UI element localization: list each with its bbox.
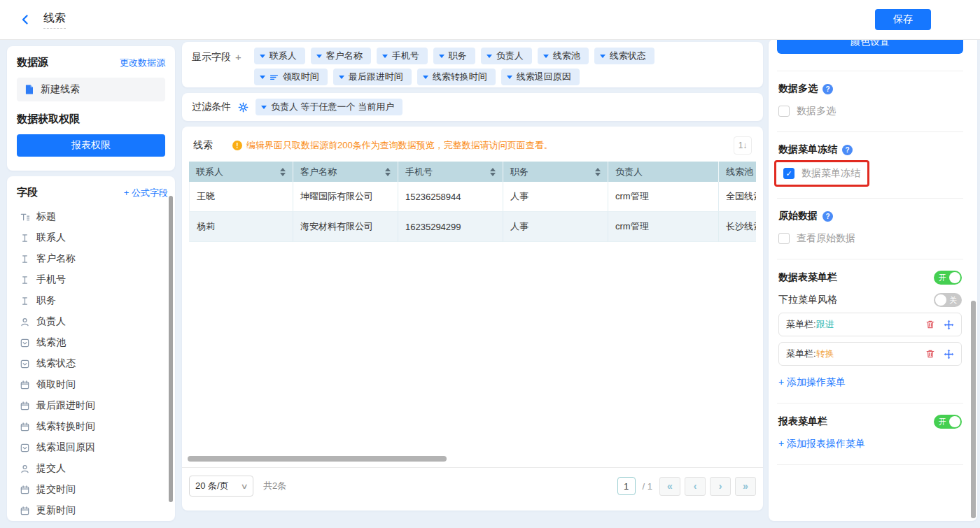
save-button[interactable]: 保存	[875, 9, 931, 30]
field-item-contact[interactable]: 联系人	[17, 227, 168, 248]
filter-condition-chip[interactable]: 负责人 等于任意一个 当前用户	[255, 99, 402, 115]
select-icon	[20, 338, 30, 348]
chip-job[interactable]: 职务	[433, 48, 475, 64]
field-item-owner[interactable]: 负责人	[17, 311, 168, 332]
horizontal-scrollbar[interactable]	[188, 456, 447, 462]
field-item-claim-time[interactable]: 领取时间	[17, 374, 168, 395]
chip-convert-time[interactable]: 线索转换时间	[417, 69, 496, 85]
chip-contact[interactable]: 联系人	[254, 48, 305, 64]
help-icon[interactable]: ?	[822, 84, 833, 94]
settings-scrollbar[interactable]	[971, 301, 976, 518]
report-menu-toggle[interactable]: 开	[934, 415, 962, 429]
chevron-down-icon	[423, 76, 428, 79]
move-icon[interactable]	[944, 349, 954, 359]
preview-table: 联系人 客户名称 手机号 职务 负责人 线索池 王晓 坤曜国际有限公司 1523…	[189, 162, 756, 242]
field-item-lead-status[interactable]: 线索状态	[17, 353, 168, 374]
datasource-item[interactable]: 新建线索	[17, 78, 165, 101]
chip-last-followup-time[interactable]: 最后跟进时间	[333, 69, 412, 85]
report-permission-button[interactable]: 报表权限	[17, 134, 165, 157]
field-item-customer-name[interactable]: 客户名称	[17, 248, 168, 269]
fields-scrollbar[interactable]	[169, 196, 173, 502]
toggle-knob	[949, 272, 960, 283]
table-menu-toggle[interactable]: 开	[934, 271, 962, 285]
dropdown-style-toggle[interactable]: 关	[934, 293, 962, 307]
field-item-job[interactable]: 职务	[17, 290, 168, 311]
fields-card: 字段 + 公式字段 标题 联系人 客户名称 手机号 职务 负责人 线	[7, 176, 175, 521]
next-page-button[interactable]: ›	[710, 477, 731, 496]
trash-icon[interactable]	[925, 320, 935, 329]
prev-page-button[interactable]: ‹	[685, 477, 706, 496]
col-header-phone[interactable]: 手机号	[398, 162, 503, 182]
menu-freeze-checkbox-row[interactable]: ✓ 数据菜单冻结	[783, 167, 860, 180]
filter-label: 过滤条件	[192, 101, 231, 113]
current-page-box[interactable]: 1	[617, 477, 636, 495]
multi-select-checkbox-row[interactable]: 数据多选	[778, 105, 962, 117]
sort-lines-icon	[270, 73, 279, 82]
divider	[777, 403, 963, 404]
document-icon	[24, 84, 35, 95]
field-item-return-reason[interactable]: 线索退回原因	[17, 437, 168, 458]
calendar-icon	[20, 485, 30, 495]
chip-lead-status[interactable]: 线索状态	[594, 48, 654, 64]
table-footer: 20 条/页 ∨ 共2条 1 / 1 « ‹ › »	[189, 472, 756, 500]
field-item-lead-pool[interactable]: 线索池	[17, 332, 168, 353]
help-icon[interactable]: ?	[822, 211, 833, 222]
gear-icon[interactable]	[238, 102, 248, 113]
datasource-item-label: 新建线索	[41, 83, 80, 96]
raw-data-checkbox-row[interactable]: 查看原始数据	[778, 232, 962, 245]
sort-order-tool[interactable]: 1↓	[734, 136, 752, 155]
topbar: 线索 保存	[0, 0, 980, 40]
back-button[interactable]	[20, 14, 31, 25]
menu-item-followup[interactable]: 菜单栏: 跟进	[778, 313, 962, 336]
menu-item-convert[interactable]: 菜单栏: 转换	[778, 342, 962, 366]
report-menu-section-title: 报表菜单栏 开	[778, 415, 962, 429]
add-display-field-button[interactable]: +	[235, 51, 241, 82]
add-report-action-menu-link[interactable]: + 添加报表操作菜单	[778, 438, 865, 450]
last-page-button[interactable]: »	[735, 477, 756, 496]
chip-lead-pool[interactable]: 线索池	[538, 48, 589, 64]
chevron-down-icon	[316, 55, 322, 58]
chevron-left-icon	[20, 14, 31, 25]
col-header-lead-pool[interactable]: 线索池	[718, 162, 756, 182]
multi-select-section-title: 数据多选 ?	[778, 83, 962, 95]
chip-claim-time[interactable]: 领取时间	[254, 69, 328, 85]
toggle-knob	[935, 294, 946, 306]
col-header-customer-name[interactable]: 客户名称	[293, 162, 398, 182]
field-item-last-followup-time[interactable]: 最后跟进时间	[17, 395, 168, 416]
help-icon[interactable]: ?	[842, 145, 853, 155]
chip-return-reason[interactable]: 线索退回原因	[501, 69, 580, 85]
field-item-update-time[interactable]: 更新时间	[17, 500, 168, 521]
divider	[777, 71, 963, 71]
chevron-down-icon	[261, 106, 267, 109]
field-item-submit-time[interactable]: 提交时间	[17, 479, 168, 500]
display-chips-row2: 领取时间 最后跟进时间 线索转换时间 线索退回原因	[254, 69, 654, 85]
chevron-down-icon: ∨	[240, 482, 248, 491]
table-row[interactable]: 王晓 坤曜国际有限公司 15236258944 人事 crm管理 全国线索	[189, 182, 756, 212]
field-item-phone[interactable]: 手机号	[17, 269, 168, 290]
table-row[interactable]: 杨莉 海安材料有限公司 16235294299 人事 crm管理 长沙线索	[189, 212, 756, 242]
change-datasource-link[interactable]: 更改数据源	[120, 57, 165, 69]
field-item-title[interactable]: 标题	[17, 206, 168, 227]
add-formula-field-link[interactable]: + 公式字段	[124, 187, 168, 199]
page-of-label: / 1	[643, 481, 652, 492]
add-action-menu-link[interactable]: + 添加操作菜单	[778, 376, 846, 389]
chip-phone[interactable]: 手机号	[377, 48, 428, 64]
move-icon[interactable]	[944, 320, 954, 330]
calendar-icon	[20, 422, 30, 432]
sort-arrows-icon	[595, 168, 601, 176]
trash-icon[interactable]	[925, 349, 935, 359]
sort-arrows-icon	[490, 168, 496, 176]
col-header-contact[interactable]: 联系人	[189, 162, 293, 182]
warning-icon: !	[232, 141, 242, 150]
col-header-job[interactable]: 职务	[503, 162, 608, 182]
color-settings-button[interactable]: 颜色设置	[777, 39, 963, 54]
chip-customer-name[interactable]: 客户名称	[311, 48, 371, 64]
field-item-submitter[interactable]: 提交人	[17, 458, 168, 479]
chevron-down-icon	[543, 55, 549, 58]
field-item-convert-time[interactable]: 线索转换时间	[17, 416, 168, 437]
page-size-select[interactable]: 20 条/页 ∨	[189, 476, 253, 497]
chip-owner[interactable]: 负责人	[481, 48, 532, 64]
text-icon	[20, 233, 30, 243]
first-page-button[interactable]: «	[659, 477, 680, 496]
col-header-owner[interactable]: 负责人	[608, 162, 718, 182]
